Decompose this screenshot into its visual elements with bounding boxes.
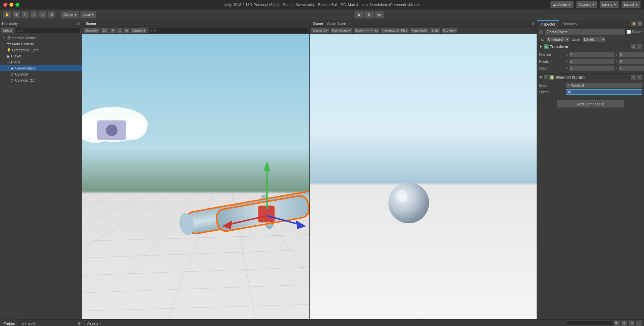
hierarchy-item-scene[interactable]: ▼ 🎬 SampleScene*	[0, 35, 82, 41]
camera-icon: 📷	[7, 42, 11, 46]
windmill-help-btn[interactable]: ?	[637, 75, 642, 80]
step-button[interactable]: ⏭	[375, 11, 384, 18]
console-tab[interactable]: Console	[18, 320, 39, 326]
assets-search-icon[interactable]: 🔍	[614, 320, 620, 326]
windmill-header[interactable]: ▼ ✓ 📜 Windmill (Script) ⚙ ?	[537, 74, 644, 81]
pause-button[interactable]: ⏸	[364, 11, 374, 18]
rotation-xyz: X 0 Y 0 Z 0	[566, 59, 644, 64]
layer-dropdown[interactable]: Default ▾	[582, 37, 606, 42]
scene-audio-btn[interactable]: ♫	[117, 28, 123, 33]
inspector-panel: Inspector Services 🔒 ☰ ✓ Static ▾ Tag Un…	[537, 20, 644, 319]
gizmos-btn[interactable]: Gizmos ▾	[131, 28, 147, 33]
hierarchy-item-gameobject[interactable]: ▼ ◉ GameObject	[0, 65, 82, 71]
hierarchy-resize[interactable]: ☰	[77, 22, 80, 25]
game-viewport-canvas[interactable]	[310, 34, 537, 319]
static-arrow[interactable]: ▾	[641, 30, 642, 33]
speed-input[interactable]	[566, 89, 642, 95]
scale-x-input[interactable]: 1	[569, 65, 614, 71]
2d-btn[interactable]: 2D	[101, 28, 108, 33]
game-panel: Game Asset Store ☰ Display 1 ▾ Free Aspe…	[310, 20, 537, 319]
toolbar-rect-tool[interactable]: ▭	[39, 11, 47, 18]
windmill-checkbox[interactable]: ✓	[544, 75, 548, 79]
project-resize[interactable]: ☰	[78, 322, 81, 325]
project-tab[interactable]: Project	[0, 320, 18, 326]
center-arrow: ▾	[75, 13, 77, 16]
display-btn[interactable]: Display 1 ▾	[311, 28, 329, 33]
pos-y-input[interactable]: 0	[618, 52, 644, 57]
game-tab[interactable]: Game	[312, 21, 325, 26]
rot-y-input[interactable]: 0	[618, 59, 644, 64]
script-dot: ⊡	[567, 84, 570, 87]
stats-btn[interactable]: Stats	[430, 28, 440, 33]
cyl1-icon: ⬡	[11, 79, 14, 82]
assets-filter-icon[interactable]: ▼	[621, 320, 627, 326]
scene-arrow: ▼	[3, 37, 5, 40]
scene-light-btn[interactable]: ☀	[110, 28, 116, 33]
toolbar-rotate-tool[interactable]: ↻	[21, 11, 29, 18]
center-label: Center	[63, 13, 73, 16]
assets-panel-resize[interactable]: ↕	[636, 320, 642, 326]
windmill-component: ▼ ✓ 📜 Windmill (Script) ⚙ ? Script ⊡	[537, 74, 644, 97]
script-value-field[interactable]: ⊡ Windmill	[566, 83, 642, 88]
project-tabs: Project Console ☰	[0, 320, 82, 326]
play-button[interactable]: ▶	[354, 11, 364, 18]
account-button[interactable]: Account ▼	[576, 1, 597, 8]
transform-help-btn[interactable]: ?	[637, 44, 642, 49]
inspector-tag-row: Tag Untagged ▾ Layer Default ▾	[537, 36, 644, 43]
inspector-menu-btn[interactable]: ☰	[637, 21, 643, 27]
add-component-button[interactable]: Add Component	[557, 100, 624, 107]
scale-y-label: Y	[615, 66, 618, 70]
go-name-input[interactable]	[545, 29, 625, 35]
toolbar-move-tool[interactable]: ✛	[13, 11, 20, 18]
scene-search[interactable]	[148, 28, 308, 33]
tag-dropdown[interactable]: Untagged ▾	[546, 37, 570, 42]
hierarchy-item-maincamera[interactable]: 📷 Main Camera	[0, 41, 82, 47]
scene-viewport-canvas[interactable]	[82, 34, 309, 319]
game-resize[interactable]: ☰	[532, 22, 535, 25]
scale-row: Scale X 1 Y 1 Z 1	[539, 65, 642, 71]
hierarchy-item-directionallight[interactable]: 💡 Directional Light	[0, 47, 82, 53]
maximize-button[interactable]	[15, 3, 19, 7]
inspector-lock-btn[interactable]: 🔒	[631, 21, 637, 27]
static-checkbox[interactable]	[627, 30, 631, 34]
hierarchy-item-cylinder[interactable]: ⬡ Cylinder	[0, 71, 82, 77]
go-active-checkbox[interactable]: ✓	[539, 30, 543, 34]
transform-header[interactable]: ▼ ⊕ Transform ⚙ ?	[537, 43, 644, 50]
services-tab[interactable]: Services	[559, 20, 580, 28]
mute-btn[interactable]: Mute Audio	[410, 28, 429, 33]
toolbar-hand-tool[interactable]: ✋	[3, 11, 11, 18]
minimize-button[interactable]	[9, 3, 13, 7]
layout-button[interactable]: Layout ▼	[622, 1, 641, 8]
assets-settings-icon[interactable]: ⚙	[629, 320, 635, 326]
windmill-settings-btn[interactable]: ⚙	[631, 75, 636, 80]
hierarchy-search[interactable]	[15, 28, 81, 33]
shaded-btn[interactable]: Shaded ▾	[84, 28, 100, 33]
hierarchy-item-plane[interactable]: ▭ Plane	[0, 59, 82, 65]
pos-x-input[interactable]: 0	[569, 52, 614, 57]
speed-row: Speed	[539, 89, 642, 95]
hierarchy-item-cylinder1[interactable]: ⬡ Cylinder (1)	[0, 77, 82, 83]
toolbar-transform-tool[interactable]: ⊞	[48, 11, 55, 18]
toolbar-scale-tool[interactable]: ⤡	[30, 11, 38, 18]
cyl1-label: Cylinder (1)	[15, 78, 34, 82]
go-arrow: ▼	[7, 67, 9, 70]
scale-btn[interactable]: Scale ───── 1x	[354, 28, 380, 33]
local-dropdown[interactable]: Local ▾	[80, 11, 96, 18]
maximize-btn[interactable]: Maximize On Play	[381, 28, 409, 33]
aspect-btn[interactable]: Free Aspect ▾	[331, 28, 352, 33]
scene-tab[interactable]: Scene	[84, 21, 97, 26]
asset-store-tab[interactable]: Asset Store	[326, 21, 347, 26]
hierarchy-create-btn[interactable]: Create	[1, 28, 14, 33]
scene-effects-btn[interactable]: ◈	[124, 28, 130, 33]
rot-x-input[interactable]: 0	[569, 59, 614, 64]
layers-button[interactable]: Layers ▼	[600, 1, 619, 8]
game-gizmos-btn[interactable]: Gizmos ▾	[442, 28, 458, 33]
scale-y-input[interactable]: 1	[618, 65, 644, 71]
inspector-tab[interactable]: Inspector	[537, 20, 559, 28]
close-button[interactable]	[3, 3, 7, 7]
transform-settings-btn[interactable]: ⚙	[631, 44, 636, 49]
collab-button[interactable]: ☁ Collab ▼	[550, 1, 574, 8]
center-dropdown[interactable]: Center ▾	[61, 11, 79, 18]
hierarchy-item-player[interactable]: ◉ Player	[0, 53, 82, 59]
assets-search-input[interactable]	[566, 320, 612, 326]
